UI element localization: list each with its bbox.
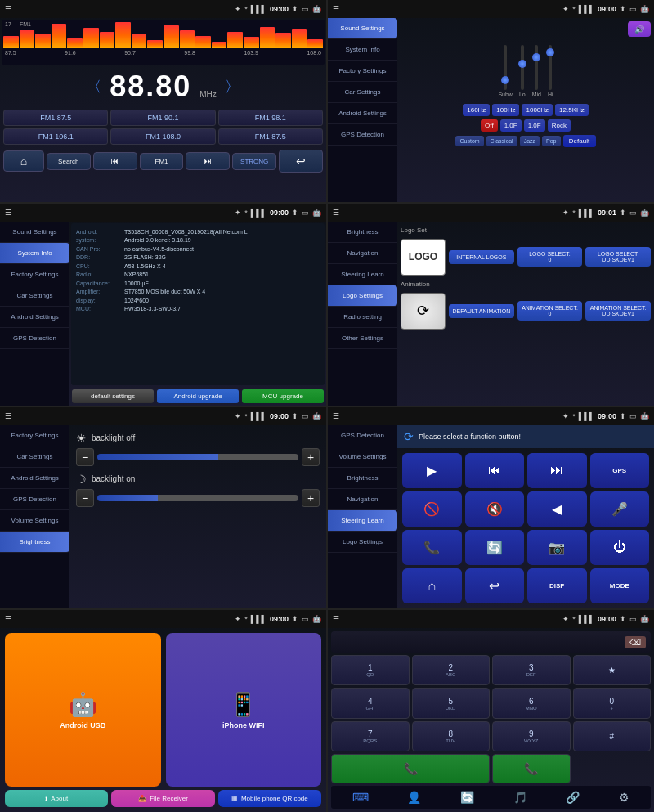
key-9[interactable]: 9WXYZ xyxy=(492,721,571,751)
preset-5[interactable]: FM1 108.0 xyxy=(110,128,215,145)
android-usb-card[interactable]: 🤖 Android USB xyxy=(5,633,161,787)
gps-refresh[interactable]: 🔄 xyxy=(465,530,525,565)
back-button[interactable]: ↩ xyxy=(279,150,323,173)
search-button[interactable]: Search xyxy=(47,153,91,170)
preset-2[interactable]: FM1 90.1 xyxy=(110,110,215,126)
freq-160hz[interactable]: 160Hz xyxy=(463,104,490,116)
gps-home[interactable]: ⌂ xyxy=(402,568,462,603)
key-7[interactable]: 7PQRS xyxy=(331,721,410,751)
sidebar-logo-l[interactable]: Logo Settings xyxy=(328,285,397,307)
gps-mute[interactable]: 🚫 xyxy=(402,491,462,527)
gps-gps[interactable]: GPS xyxy=(590,453,650,488)
key-4[interactable]: 4GHI xyxy=(331,688,410,718)
sidebar-item-sound-settings[interactable]: Sound Settings xyxy=(328,18,397,39)
hi-slider[interactable]: Hi xyxy=(548,45,553,97)
sb-gps-b[interactable]: GPS Detection xyxy=(0,489,69,510)
backlight-on-minus[interactable]: − xyxy=(76,489,94,507)
preset-6[interactable]: FM1 87.5 xyxy=(218,128,323,145)
gps-mic[interactable]: 🎤 xyxy=(590,491,650,527)
internal-logos-btn[interactable]: INTERNAL LOGOS xyxy=(449,250,514,264)
sidebar-item-gps[interactable]: GPS Detection xyxy=(328,124,397,146)
dial-settings-icon[interactable]: ⚙ xyxy=(614,789,634,805)
backlight-off-minus[interactable]: − xyxy=(76,448,94,466)
gps-return[interactable]: ↩ xyxy=(465,568,525,603)
key-1[interactable]: 1QD xyxy=(331,655,410,685)
preset-jazz[interactable]: Jazz xyxy=(520,136,540,146)
freq-1000hz[interactable]: 1000Hz xyxy=(522,104,553,116)
sidebar-item-factory[interactable]: Factory Settings xyxy=(328,61,397,82)
sb-gps-det[interactable]: GPS Detection xyxy=(328,425,397,446)
sb-bright-g[interactable]: Brightness xyxy=(328,468,397,489)
sidebar-gps-s[interactable]: GPS Detection xyxy=(0,328,69,349)
subw-slider[interactable]: Subw xyxy=(498,45,513,97)
default-anim-btn[interactable]: DEFAULT ANIMATION xyxy=(449,304,514,318)
mid-slider[interactable]: Mid xyxy=(532,45,541,97)
mcu-upgrade-btn[interactable]: MCU upgrade xyxy=(242,389,324,403)
sb-nav-g[interactable]: Navigation xyxy=(328,489,397,510)
about-button[interactable]: ℹ About xyxy=(5,790,108,807)
sidebar-navigation-l[interactable]: Navigation xyxy=(328,243,397,264)
default-button[interactable]: Default xyxy=(563,135,596,147)
qr-code-button[interactable]: ▦ Mobile phone QR code xyxy=(218,790,321,807)
backlight-on-track[interactable] xyxy=(97,495,298,501)
sb-android-b[interactable]: Android Settings xyxy=(0,468,69,489)
dial-recent-icon[interactable]: 🔄 xyxy=(455,789,479,805)
default-settings-btn[interactable]: default settings xyxy=(72,389,154,403)
android-upgrade-btn[interactable]: Android upgrade xyxy=(157,389,239,403)
preset-1[interactable]: FM1 87.5 xyxy=(3,110,108,126)
gps-disp[interactable]: DISP xyxy=(527,568,587,603)
anim-select-udisk[interactable]: ANIMATION SELECT:UDISKDEV1 xyxy=(585,301,651,321)
sidebar-android-s[interactable]: Android Settings xyxy=(0,307,69,328)
gps-vol-down[interactable]: 🔇 xyxy=(465,491,525,527)
strong-button[interactable]: STRONG xyxy=(232,153,276,170)
gps-phone[interactable]: 📞 xyxy=(402,530,462,565)
fm1-button[interactable]: FM1 xyxy=(140,153,184,170)
sb-car[interactable]: Car Settings xyxy=(0,446,69,468)
iphone-wifi-card[interactable]: 📱 iPhone WIFI xyxy=(166,633,322,787)
eq-1f-2[interactable]: 1.0F xyxy=(524,119,545,132)
key-hash[interactable]: # xyxy=(573,721,652,751)
freq-12khz[interactable]: 12.5KHz xyxy=(555,104,589,116)
lo-slider[interactable]: Lo xyxy=(519,45,526,97)
sb-brightness[interactable]: Brightness xyxy=(0,532,69,553)
gps-camera[interactable]: 📷 xyxy=(527,530,587,565)
anim-select-0[interactable]: ANIMATION SELECT:0 xyxy=(517,301,583,321)
sb-factory[interactable]: Factory Settings xyxy=(0,425,69,446)
freq-up-arrow[interactable]: 〉 xyxy=(225,77,240,96)
audio-output-button[interactable]: 🔊 xyxy=(628,21,651,37)
dial-contacts-icon[interactable]: 👤 xyxy=(402,789,426,805)
sidebar-radio-l[interactable]: Radio setting xyxy=(328,307,397,328)
freq-100hz[interactable]: 100Hz xyxy=(492,104,519,116)
freq-down-arrow[interactable]: 〈 xyxy=(87,77,101,96)
sidebar-other-l[interactable]: Other Settings xyxy=(328,328,397,349)
delete-button[interactable]: ⌫ xyxy=(625,636,646,648)
sidebar-sysinfo[interactable]: System Info xyxy=(0,243,69,264)
preset-custom[interactable]: Custom xyxy=(455,136,483,146)
sidebar-sound[interactable]: Sound Settings xyxy=(0,222,69,243)
home-button[interactable]: ⌂ xyxy=(3,150,44,172)
gps-prev[interactable]: ⏮ xyxy=(465,453,525,488)
logo-select-udisk[interactable]: LOGO SELECT:UDISKDEV1 xyxy=(585,247,651,267)
key-star[interactable]: ★ xyxy=(573,655,652,685)
key-6[interactable]: 6MNO xyxy=(492,688,571,718)
sidebar-car[interactable]: Car Settings xyxy=(0,285,69,307)
key-8[interactable]: 8TUV xyxy=(412,721,490,751)
key-3[interactable]: 3DEF xyxy=(492,655,571,685)
gps-power[interactable]: ⏻ xyxy=(590,530,650,565)
key-5[interactable]: 5JKL xyxy=(412,688,490,718)
eq-rock[interactable]: Rock xyxy=(548,119,571,132)
preset-3[interactable]: FM1 98.1 xyxy=(218,110,323,126)
sb-logo-g[interactable]: Logo Settings xyxy=(328,532,397,553)
backlight-off-plus[interactable]: + xyxy=(302,448,320,466)
sb-vol-g[interactable]: Volume Settings xyxy=(328,446,397,468)
next-button[interactable]: ⏭ xyxy=(186,152,230,170)
gps-mode[interactable]: MODE xyxy=(590,568,650,603)
sidebar-item-car[interactable]: Car Settings xyxy=(328,82,397,103)
eq-1f-1[interactable]: 1.0F xyxy=(500,119,522,132)
hangup-button[interactable]: 📞 xyxy=(492,754,571,783)
sidebar-brightness-l[interactable]: Brightness xyxy=(328,222,397,243)
sidebar-item-system-info[interactable]: System Info xyxy=(328,39,397,61)
backlight-off-track[interactable] xyxy=(97,454,298,460)
backlight-on-plus[interactable]: + xyxy=(302,489,320,507)
preset-pop[interactable]: Pop xyxy=(542,136,560,146)
